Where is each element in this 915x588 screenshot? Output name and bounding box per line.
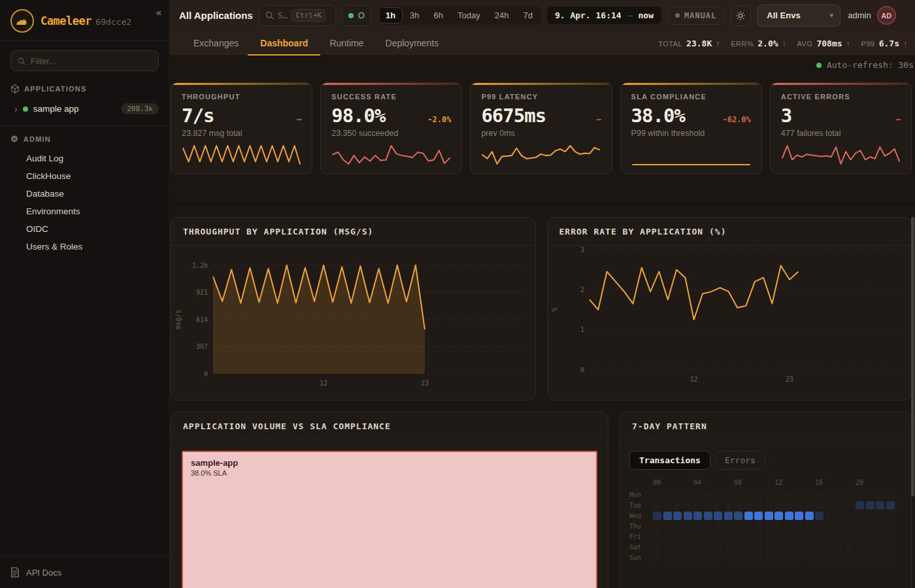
- date-range-picker[interactable]: 9. Apr. 16:14 – now: [547, 7, 661, 24]
- toggle-transactions[interactable]: Transactions: [629, 451, 710, 470]
- heatmap-cell: [684, 522, 692, 531]
- svg-text:1.2k: 1.2k: [192, 262, 208, 269]
- manual-refresh-button[interactable]: MANUAL: [667, 7, 724, 25]
- scrollbar[interactable]: [911, 217, 914, 497]
- heatmap-hour-label: 12: [774, 479, 782, 486]
- sidebar-item-users-roles[interactable]: Users & Roles: [10, 238, 159, 255]
- heatmap-cell: [815, 543, 824, 551]
- sidebar-item-audit-log[interactable]: Audit Log: [10, 150, 159, 167]
- svg-text:23: 23: [421, 380, 429, 387]
- range-3h[interactable]: 3h: [403, 7, 426, 24]
- heatmap-cell: [754, 501, 763, 510]
- sidebar-item-clickhouse[interactable]: ClickHouse: [10, 167, 159, 185]
- range-1h[interactable]: 1h: [378, 7, 403, 24]
- camel-icon: [14, 13, 30, 29]
- heatmap-cell: [693, 491, 702, 499]
- env-select[interactable]: All Envs ▾: [757, 5, 840, 27]
- heatmap-day-label: Thu: [629, 523, 653, 530]
- svg-text:0: 0: [204, 370, 208, 378]
- tab-exchanges[interactable]: Exchanges: [193, 31, 239, 56]
- svg-text:0: 0: [580, 367, 584, 374]
- heatmap-cell: [734, 501, 742, 510]
- range-7d[interactable]: 7d: [516, 7, 539, 24]
- heatmap-cell: [815, 522, 824, 531]
- treemap-node-sample-app[interactable]: sample-app 38.0% SLA: [182, 451, 597, 588]
- arrow-up-icon: ↑: [782, 39, 786, 48]
- kpi-delta: -62.0%: [722, 115, 750, 124]
- tab-dashboard[interactable]: Dashboard: [260, 31, 308, 56]
- heatmap-day-label: Mon: [629, 491, 653, 498]
- heatmap-cell: [886, 553, 895, 562]
- time-range-group: 1h 3h 6h Today 24h 7d: [377, 6, 541, 25]
- summary-stats: TOTAL 23.8K ↑ ERR% 2.0% ↑ AVG 708ms ↑ P9…: [658, 31, 907, 56]
- heatmap-cell: [714, 543, 722, 551]
- sidebar-filter[interactable]: [10, 50, 159, 71]
- auto-refresh-dot: [816, 63, 822, 68]
- kpi-value: 38.0%: [631, 105, 685, 127]
- heatmap-cell: [704, 553, 712, 562]
- sidebar-collapse-icon[interactable]: «: [156, 7, 161, 18]
- heatmap-cell: [856, 543, 864, 551]
- treemap-app-name: sample-app: [191, 458, 588, 468]
- bottom-row: APPLICATION VOLUME VS SLA COMPLIANCE sam…: [171, 412, 912, 588]
- app-label: sample app: [33, 104, 116, 114]
- heatmap-cell: [886, 543, 895, 551]
- chevron-right-icon[interactable]: ›: [14, 104, 18, 114]
- admin-section: ⚙ ADMIN Audit Log ClickHouse Database En…: [0, 125, 169, 263]
- range-24h[interactable]: 24h: [488, 7, 516, 24]
- heatmap-cell: [744, 491, 753, 499]
- tab-deployments[interactable]: Deployments: [386, 31, 439, 56]
- arrow-up-icon: ↑: [903, 39, 907, 48]
- filter-input[interactable]: [31, 56, 152, 66]
- kpi-card-active-errors: ACTIVE ERRORS 3 – 477 failures total: [770, 82, 912, 174]
- admin-label: ADMIN: [24, 135, 51, 143]
- heatmap-row: Sun: [629, 553, 902, 562]
- section-divider: [170, 203, 915, 204]
- range-6h[interactable]: 6h: [427, 7, 450, 24]
- sidebar-item-api-docs[interactable]: API Docs: [0, 556, 169, 588]
- sidebar-item-database[interactable]: Database: [10, 185, 159, 203]
- heatmap-cell: [734, 512, 742, 520]
- heatmap-cell: [835, 501, 844, 510]
- heatmap-cell: [795, 553, 803, 562]
- heatmap-cell: [805, 501, 814, 510]
- stat-avg: AVG 708ms ↑: [797, 39, 850, 48]
- theme-toggle-button[interactable]: [730, 5, 751, 26]
- app-count-badge: 208.3k: [121, 103, 159, 114]
- heatmap-cell: [704, 501, 712, 510]
- toggle-errors[interactable]: Errors: [715, 451, 765, 470]
- heatmap-cell: [684, 543, 692, 551]
- panel-title: APPLICATION VOLUME VS SLA COMPLIANCE: [183, 421, 391, 431]
- svg-text:12: 12: [320, 380, 327, 387]
- heatmap-cell: [846, 553, 854, 562]
- heatmap-cell: [714, 501, 722, 510]
- search-input[interactable]: S… Ctrl+K: [259, 5, 336, 26]
- sparkline: [182, 142, 301, 167]
- sidebar-item-environments[interactable]: Environments: [10, 203, 159, 220]
- heatmap-cell: [774, 553, 783, 562]
- heatmap-cell: [744, 532, 753, 541]
- chevron-down-icon: ▾: [830, 11, 834, 20]
- heatmap-cell: [663, 553, 672, 562]
- sidebar-item-oidc[interactable]: OIDC: [10, 220, 159, 238]
- heatmap-cell: [886, 522, 895, 531]
- avatar[interactable]: AD: [877, 6, 896, 25]
- heatmap-row: Wed: [629, 512, 902, 520]
- heatmap-cell: [744, 512, 753, 520]
- sidebar: Cameleer 69dcce2 « APPLICATIONS › s: [0, 0, 170, 588]
- online-status-button[interactable]: O: [342, 5, 371, 26]
- heatmap-cell: [734, 553, 742, 562]
- range-today[interactable]: Today: [450, 7, 488, 24]
- heatmap-cell: [653, 501, 661, 510]
- heatmap-cell: [765, 553, 773, 562]
- tab-runtime[interactable]: Runtime: [329, 31, 363, 56]
- heatmap-cell: [805, 532, 814, 541]
- sidebar-item-sample-app[interactable]: › sample app 208.3k: [10, 100, 159, 118]
- heatmap-cell: [846, 512, 854, 520]
- heatmap-cell: [754, 532, 763, 541]
- heatmap-cell: [774, 522, 783, 531]
- date-from: 9. Apr. 16:14: [555, 10, 622, 20]
- heatmap-cell: [866, 543, 874, 551]
- heatmap-cell: [724, 491, 733, 499]
- heatmap-cell: [815, 512, 824, 520]
